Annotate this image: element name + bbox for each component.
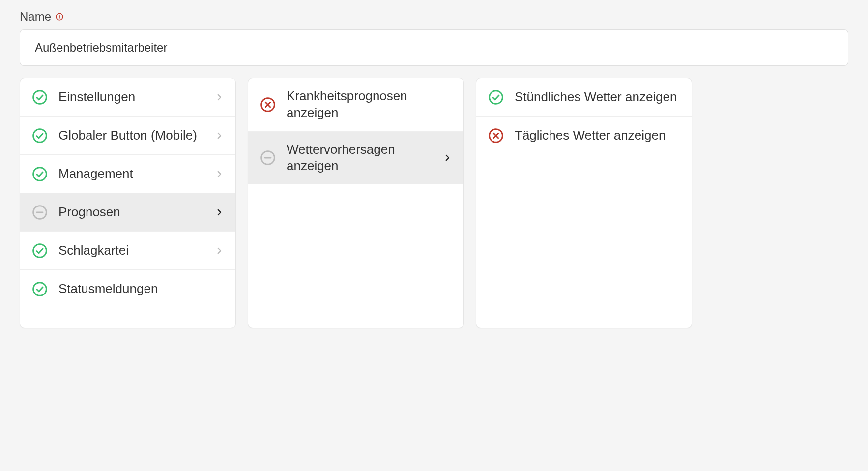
- svg-point-3: [33, 90, 47, 104]
- permission-item[interactable]: Globaler Button (Mobile): [20, 117, 235, 155]
- name-label-text: Name: [20, 10, 51, 24]
- x-circle-icon: [260, 97, 276, 113]
- chevron-right-icon: [215, 131, 224, 140]
- x-circle-icon: [488, 128, 504, 144]
- permissions-columns: EinstellungenGlobaler Button (Mobile)Man…: [20, 78, 848, 328]
- svg-point-4: [33, 129, 47, 142]
- permission-item-label: Wettervorhersagen anzeigen: [287, 142, 437, 175]
- svg-point-8: [33, 244, 47, 257]
- chevron-right-icon: [215, 93, 224, 102]
- permission-item[interactable]: Stündliches Wetter anzeigen: [476, 78, 692, 117]
- permission-item[interactable]: Schlagkartei: [20, 232, 235, 270]
- permission-item[interactable]: Einstellungen: [20, 78, 235, 117]
- name-input[interactable]: [20, 29, 848, 66]
- check-circle-icon: [32, 128, 48, 144]
- minus-circle-icon: [260, 150, 276, 166]
- permissions-panel-0: EinstellungenGlobaler Button (Mobile)Man…: [20, 78, 236, 328]
- permission-item-label: Prognosen: [58, 204, 209, 221]
- permission-item-label: Einstellungen: [58, 89, 209, 106]
- permission-item-label: Statusmeldungen: [58, 281, 224, 297]
- name-field-label: Name: [20, 10, 848, 24]
- permission-item[interactable]: Tägliches Wetter anzeigen: [476, 117, 692, 155]
- permission-item[interactable]: Wettervorhersagen anzeigen: [248, 132, 463, 185]
- minus-circle-icon: [32, 205, 48, 220]
- chevron-right-icon: [215, 208, 224, 217]
- permissions-panel-2: Stündliches Wetter anzeigenTägliches Wet…: [476, 78, 692, 328]
- chevron-right-icon: [215, 170, 224, 178]
- permission-item-label: Globaler Button (Mobile): [58, 127, 209, 144]
- permission-item-label: Tägliches Wetter anzeigen: [515, 127, 680, 144]
- permission-item[interactable]: Management: [20, 155, 235, 193]
- chevron-right-icon: [443, 153, 452, 162]
- permissions-panel-1: Krankheitsprognosen anzeigenWettervorher…: [248, 78, 464, 328]
- permission-item[interactable]: Krankheitsprognosen anzeigen: [248, 78, 463, 132]
- permission-item-label: Krankheitsprognosen anzeigen: [287, 88, 452, 121]
- check-circle-icon: [32, 89, 48, 105]
- info-icon[interactable]: [55, 12, 64, 21]
- check-circle-icon: [488, 89, 504, 105]
- permission-item-label: Stündliches Wetter anzeigen: [515, 89, 680, 106]
- svg-point-13: [490, 90, 503, 104]
- permission-item[interactable]: Statusmeldungen: [20, 270, 235, 308]
- chevron-right-icon: [215, 246, 224, 255]
- permission-item-label: Management: [58, 166, 209, 182]
- check-circle-icon: [32, 166, 48, 182]
- check-circle-icon: [32, 281, 48, 297]
- permission-item[interactable]: Prognosen: [20, 193, 235, 232]
- svg-point-5: [33, 167, 47, 180]
- permission-item-label: Schlagkartei: [58, 242, 209, 259]
- check-circle-icon: [32, 243, 48, 259]
- svg-point-9: [33, 283, 47, 296]
